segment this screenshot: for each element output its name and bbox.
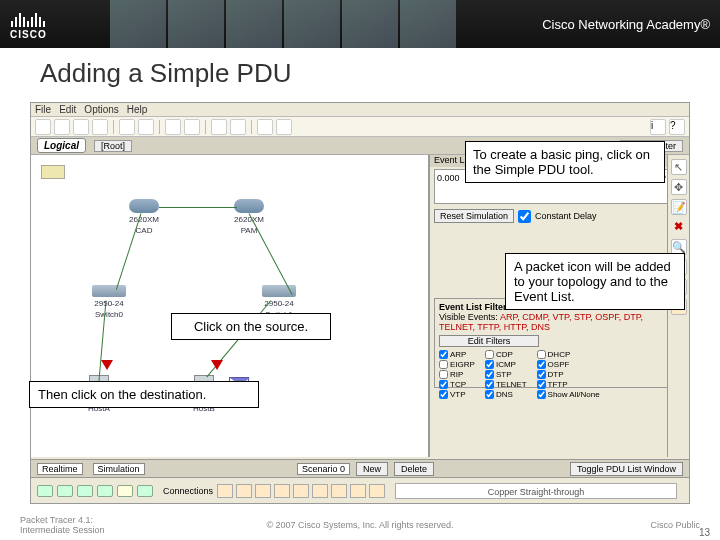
menu-help[interactable]: Help xyxy=(127,104,148,115)
open-file-icon[interactable] xyxy=(54,119,70,135)
workspace: 2620XM CAD 2620XM PAM 2950-24 Switch0 29… xyxy=(31,155,689,457)
scenario-delete-button[interactable]: Delete xyxy=(394,462,434,476)
zoom-in-icon[interactable] xyxy=(211,119,227,135)
chk-dtp[interactable] xyxy=(537,370,546,379)
sim-controls-row: Reset Simulation Constant Delay xyxy=(430,206,689,226)
router-pam[interactable]: 2620XM PAM xyxy=(231,199,267,235)
chk-ospf[interactable] xyxy=(537,360,546,369)
switch0-name: Switch0 xyxy=(91,310,127,319)
footer-copyright: © 2007 Cisco Systems, Inc. All rights re… xyxy=(140,520,580,530)
misc-tool-icon[interactable] xyxy=(276,119,292,135)
topology-canvas[interactable]: 2620XM CAD 2620XM PAM 2950-24 Switch0 29… xyxy=(31,155,429,457)
print-icon[interactable] xyxy=(92,119,108,135)
note-tool-icon[interactable]: 📝 xyxy=(671,199,687,215)
cisco-logo-text: CISCO xyxy=(10,29,47,40)
devgroup-connections-icon[interactable] xyxy=(117,485,133,497)
event-filters-panel: Event List Filters Visible Events: ARP, … xyxy=(434,298,685,388)
scenario-new-button[interactable]: New xyxy=(356,462,388,476)
main-toolbar: i ? xyxy=(31,117,689,137)
conn-coax-icon[interactable] xyxy=(331,484,347,498)
device-type-bar: Connections Copper Straight-through xyxy=(31,477,689,503)
chk-showall[interactable] xyxy=(537,390,546,399)
devgroup-wireless-icon[interactable] xyxy=(97,485,113,497)
help-icon[interactable]: ? xyxy=(669,119,685,135)
device-group-label: Connections xyxy=(163,486,213,496)
chk-cdp[interactable] xyxy=(485,350,494,359)
router-icon xyxy=(234,199,264,213)
save-file-icon[interactable] xyxy=(73,119,89,135)
chk-rip[interactable] xyxy=(439,370,448,379)
switch0-model: 2950-24 xyxy=(91,299,127,308)
redo-icon[interactable] xyxy=(184,119,200,135)
cisco-logo: CISCO xyxy=(10,9,47,40)
devgroup-switches-icon[interactable] xyxy=(57,485,73,497)
scenario-select[interactable]: Scenario 0 xyxy=(297,463,350,475)
footer-left: Packet Tracer 4.1: Intermediate Session xyxy=(20,515,140,535)
menu-bar[interactable]: File Edit Options Help xyxy=(31,103,689,117)
router-icon xyxy=(129,199,159,213)
academy-label: Cisco Networking Academy® xyxy=(542,17,710,32)
banner-photo-strip xyxy=(110,0,458,48)
simulation-tab[interactable]: Simulation xyxy=(93,463,145,475)
move-tool-icon[interactable]: ✥ xyxy=(671,179,687,195)
logical-tab[interactable]: Logical xyxy=(37,138,86,153)
realtime-tab[interactable]: Realtime xyxy=(37,463,83,475)
conn-fiber-icon[interactable] xyxy=(293,484,309,498)
ip-phone-icon xyxy=(41,165,65,179)
device-picks xyxy=(217,484,385,498)
paste-icon[interactable] xyxy=(138,119,154,135)
chk-arp[interactable] xyxy=(439,350,448,359)
chk-tftp[interactable] xyxy=(537,380,546,389)
selected-connection-label: Copper Straight-through xyxy=(395,483,677,499)
conn-copper-straight-icon[interactable] xyxy=(255,484,271,498)
info-icon[interactable]: i xyxy=(650,119,666,135)
chk-dns[interactable] xyxy=(485,390,494,399)
chk-eigrp[interactable] xyxy=(439,360,448,369)
palette-icon[interactable] xyxy=(257,119,273,135)
undo-icon[interactable] xyxy=(165,119,181,135)
conn-auto-icon[interactable] xyxy=(217,484,233,498)
zoom-out-icon[interactable] xyxy=(230,119,246,135)
conn-phone-icon[interactable] xyxy=(312,484,328,498)
page-number: 13 xyxy=(699,527,710,538)
chk-telnet[interactable] xyxy=(485,380,494,389)
delete-tool-icon[interactable]: ✖ xyxy=(671,219,687,235)
select-tool-icon[interactable]: ↖ xyxy=(671,159,687,175)
menu-edit[interactable]: Edit xyxy=(59,104,76,115)
root-chip[interactable]: [Root] xyxy=(94,140,132,152)
chk-icmp[interactable] xyxy=(485,360,494,369)
callout-packet-added: A packet icon will be added to your topo… xyxy=(505,253,685,310)
conn-serial-dce-icon[interactable] xyxy=(350,484,366,498)
simulation-side-panel: Event List 0.000 HostB ICMP Reset Simula… xyxy=(429,155,689,457)
devgroup-routers-icon[interactable] xyxy=(37,485,53,497)
edit-filters-button[interactable]: Edit Filters xyxy=(439,335,539,347)
callout-click-source: Click on the source. xyxy=(171,313,331,340)
reset-sim-button[interactable]: Reset Simulation xyxy=(434,209,514,223)
devgroup-end-icon[interactable] xyxy=(137,485,153,497)
const-delay-checkbox[interactable] xyxy=(518,210,531,223)
scenario-bar: Scenario 0 New Delete Toggle PDU List Wi… xyxy=(291,459,689,477)
top-banner: CISCO Cisco Networking Academy® xyxy=(0,0,720,48)
visible-events-label: Visible Events: xyxy=(439,312,498,322)
ip-phone-device[interactable] xyxy=(35,165,71,179)
chk-dhcp[interactable] xyxy=(537,350,546,359)
devgroup-hubs-icon[interactable] xyxy=(77,485,93,497)
conn-serial-dte-icon[interactable] xyxy=(369,484,385,498)
menu-options[interactable]: Options xyxy=(84,104,118,115)
callout-click-destination: Then click on the destination. xyxy=(29,381,259,408)
chk-stp[interactable] xyxy=(485,370,494,379)
new-file-icon[interactable] xyxy=(35,119,51,135)
router-cad[interactable]: 2620XM CAD xyxy=(126,199,162,235)
arrow-to-hostb-icon xyxy=(211,360,223,370)
toggle-pdu-list-button[interactable]: Toggle PDU List Window xyxy=(570,462,683,476)
menu-file[interactable]: File xyxy=(35,104,51,115)
copy-icon[interactable] xyxy=(119,119,135,135)
conn-console-icon[interactable] xyxy=(236,484,252,498)
arrow-to-hosta-icon xyxy=(101,360,113,370)
conn-copper-cross-icon[interactable] xyxy=(274,484,290,498)
chk-vtp[interactable] xyxy=(439,390,448,399)
switch0[interactable]: 2950-24 Switch0 xyxy=(91,285,127,319)
chk-tcp[interactable] xyxy=(439,380,448,389)
slide-footer: Packet Tracer 4.1: Intermediate Session … xyxy=(0,510,720,540)
protocol-checkboxes: ARP EIGRP RIP TCP VTP CDP ICMP STP TELNE… xyxy=(439,350,680,399)
